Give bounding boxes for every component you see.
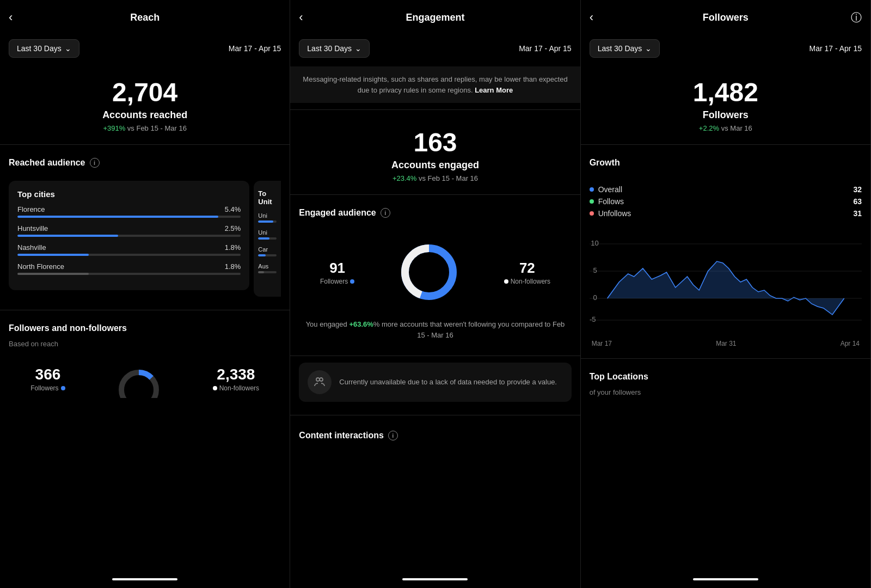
engagement-change: +23.4% vs Feb 15 - Mar 16	[299, 174, 571, 182]
follows-label: Follows	[598, 197, 624, 206]
svg-text:5: 5	[593, 267, 597, 274]
top-locations-subtitle: of your followers	[590, 388, 862, 396]
city-pct: 2.5%	[225, 224, 241, 232]
followers-date-dropdown[interactable]: Last 30 Days ⌄	[590, 39, 660, 58]
growth-chart-area: 10 5 0 -5 Mar 17 Mar 31 Apr 14	[581, 225, 870, 352]
overall-value: 32	[853, 185, 862, 194]
followers-stat: 366 Followers	[30, 366, 65, 392]
content-interactions-section: Content interactions i	[290, 422, 580, 456]
scroll-indicator-engagement	[402, 578, 468, 580]
reach-date-controls: Last 30 Days ⌄ Mar 17 - Apr 15	[0, 35, 290, 66]
follows-legend-row: Follows 63	[590, 197, 862, 206]
city-item-florence: Florence 5.4%	[17, 205, 241, 218]
city-item-north-florence: North Florence 1.8%	[17, 262, 241, 275]
unfollows-dot	[590, 211, 594, 216]
fnf-donut-section: 366 Followers 2,338 Non-followers	[0, 354, 290, 401]
growth-chart: 10 5 0 -5	[590, 228, 862, 336]
content-interactions-info-icon[interactable]: i	[388, 431, 398, 440]
unavailable-text: Currently unavailable due to a lack of d…	[339, 377, 557, 388]
unfollows-label: Unfollows	[598, 209, 631, 218]
engagement-number: 163	[299, 127, 571, 157]
chart-x-label-end: Apr 14	[841, 340, 860, 347]
followers-main-label: Followers	[590, 109, 862, 121]
overall-dot	[590, 187, 594, 192]
engagement-panel: ‹ Engagement Last 30 Days ⌄ Mar 17 - Apr…	[290, 0, 580, 588]
reach-date-range: Mar 17 - Apr 15	[229, 44, 281, 53]
reach-donut-chart	[109, 360, 169, 398]
overall-label: Overall	[598, 185, 622, 194]
followers-back-button[interactable]: ‹	[590, 10, 593, 24]
city-name: Nashville	[17, 243, 46, 252]
city-name: Huntsville	[17, 224, 48, 232]
city-pct: 1.8%	[225, 243, 241, 252]
engagement-label: Accounts engaged	[299, 160, 571, 171]
followers-date-controls: Last 30 Days ⌄ Mar 17 - Apr 15	[581, 35, 870, 66]
engaged-nonfollowers-dot	[504, 279, 508, 284]
followers-header: ‹ Followers ⓘ	[581, 0, 870, 35]
chart-x-label-start: Mar 17	[592, 340, 612, 347]
followers-label: Followers	[30, 384, 65, 392]
growth-section: Growth	[581, 151, 870, 181]
followers-date-range: Mar 17 - Apr 15	[809, 44, 862, 53]
city-pct: 5.4%	[225, 205, 241, 213]
followers-main-number: 1,482	[590, 77, 862, 107]
followers-main-metric: 1,482 Followers +2.2% vs Mar 16	[581, 66, 870, 138]
svg-point-4	[316, 378, 320, 381]
unfollows-value: 31	[853, 209, 862, 218]
growth-legend: Overall 32 Follows 63 Unfollows 31	[581, 181, 870, 225]
nonfollowers-number: 2,338	[213, 366, 259, 383]
reach-date-dropdown[interactable]: Last 30 Days ⌄	[9, 39, 79, 58]
city-name: North Florence	[17, 262, 64, 271]
followers-info-button[interactable]: ⓘ	[851, 10, 862, 25]
engaged-audience-title: Engaged audience i	[299, 208, 571, 218]
engagement-donut-chart	[396, 240, 462, 305]
top-locations-section: Top Locations of your followers	[581, 365, 870, 403]
scroll-indicator-followers	[693, 578, 758, 580]
engagement-title: Engagement	[406, 12, 464, 23]
to-unit-label: ToUnit	[258, 189, 277, 206]
reached-audience-info-icon[interactable]: i	[90, 158, 100, 168]
reached-audience-title: Reached audience i	[9, 158, 281, 168]
unavailable-box: Currently unavailable due to a lack of d…	[299, 363, 571, 402]
engaged-followers-number: 91	[320, 260, 354, 277]
engagement-main-metric: 163 Accounts engaged +23.4% vs Feb 15 - …	[290, 117, 580, 188]
reached-audience-section: Reached audience i	[0, 151, 290, 181]
growth-title: Growth	[590, 158, 862, 168]
engagement-back-button[interactable]: ‹	[299, 10, 303, 24]
fnf-section-title: Followers and non-followers	[9, 323, 281, 333]
svg-text:-5: -5	[590, 316, 596, 323]
unavailable-icon	[308, 370, 332, 394]
follows-dot	[590, 199, 594, 204]
svg-point-5	[320, 378, 323, 381]
svg-text:0: 0	[593, 294, 597, 301]
engage-note-prefix: You engaged	[306, 320, 349, 328]
content-interactions-title: Content interactions i	[299, 431, 571, 440]
chevron-down-icon: ⌄	[65, 44, 71, 53]
engaged-audience-section: Engaged audience i	[290, 201, 580, 231]
city-item-nashville: Nashville 1.8%	[17, 243, 241, 256]
reach-back-button[interactable]: ‹	[9, 10, 13, 24]
learn-more-link[interactable]: Learn More	[475, 86, 513, 94]
reach-change: +391% vs Feb 15 - Mar 16	[9, 124, 281, 132]
top-locations-title: Top Locations	[590, 372, 862, 382]
engagement-info-banner: Messaging-related insights, such as shar…	[290, 66, 580, 103]
reach-panel: ‹ Reach Last 30 Days ⌄ Mar 17 - Apr 15 2…	[0, 0, 290, 588]
engaged-nonfollowers-label: Non-followers	[504, 278, 550, 285]
scroll-indicator	[112, 578, 177, 580]
followers-dot	[61, 386, 65, 390]
engaged-followers-dot	[350, 279, 354, 284]
top-cities-card: Top cities Florence 5.4% Huntsville 2.5%	[9, 181, 249, 290]
nonfollowers-dot	[213, 386, 217, 390]
followers-nonfollowers-section: Followers and non-followers Based on rea…	[0, 317, 290, 354]
reach-main-metric: 2,704 Accounts reached +391% vs Feb 15 -…	[0, 66, 290, 138]
followers-number: 366	[30, 366, 65, 383]
chevron-down-icon: ⌄	[355, 44, 361, 53]
engagement-date-dropdown[interactable]: Last 30 Days ⌄	[299, 39, 370, 58]
engaged-audience-info-icon[interactable]: i	[381, 208, 390, 218]
engage-note-suffix: % more accounts that weren't following y…	[373, 320, 565, 339]
engaged-followers-stat: 91 Followers	[320, 260, 354, 285]
engaged-nonfollowers-stat: 72 Non-followers	[504, 260, 550, 285]
city-name: Florence	[17, 205, 45, 213]
follows-value: 63	[853, 197, 862, 206]
reach-number: 2,704	[9, 77, 281, 107]
